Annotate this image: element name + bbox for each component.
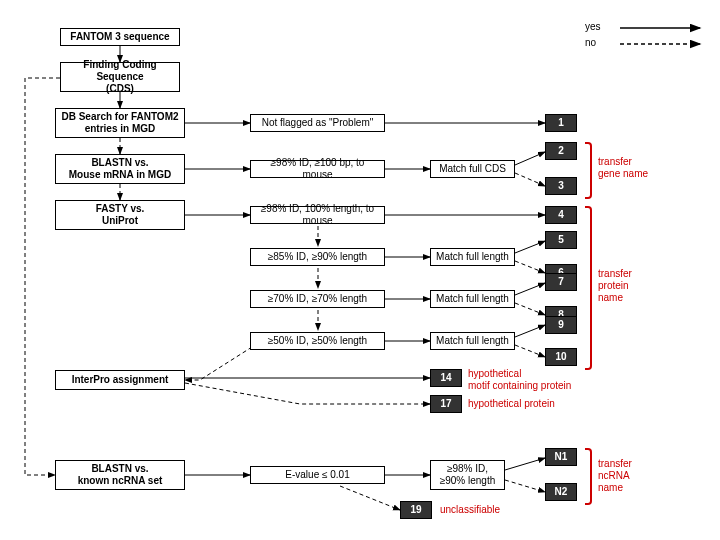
node-blastn2: BLASTN vs. known ncRNA set [55,460,185,490]
svg-line-22 [515,283,545,295]
brace-gene [585,142,592,199]
result-17: 17 [430,395,462,413]
result-1: 1 [545,114,577,132]
cond-85-90: ≥85% ID, ≥90% length [250,248,385,266]
label-protein: transfer protein name [598,268,632,304]
result-2: 2 [545,142,577,160]
svg-line-25 [515,345,545,357]
cond-98-90: ≥98% ID, ≥90% length [430,460,505,490]
legend-no: no [585,37,596,49]
svg-line-29 [505,458,545,470]
brace-ncrna [585,448,592,505]
cond-evalue: E-value ≤ 0.01 [250,466,385,484]
result-n2: N2 [545,483,577,501]
cond-50-50: ≥50% ID, ≥50% length [250,332,385,350]
svg-line-23 [515,303,545,315]
label-ncrna: transfer ncRNA name [598,458,632,494]
label-gene: transfer gene name [598,156,648,180]
result-7: 7 [545,273,577,291]
result-9: 9 [545,316,577,334]
result-14: 14 [430,369,462,387]
cond-98-100: ≥98% ID, ≥100 bp, to mouse [250,160,385,178]
result-4: 4 [545,206,577,224]
svg-line-21 [515,261,545,273]
node-fasty: FASTY vs. UniProt [55,200,185,230]
svg-line-24 [515,325,545,337]
cond-98-100len: ≥98% ID, 100% length, to mouse [250,206,385,224]
match-len3: Match full length [430,332,515,350]
label-unclass: unclassifiable [440,504,500,516]
match-len2: Match full length [430,290,515,308]
label-motif: hypothetical motif containing protein [468,368,571,392]
result-n1: N1 [545,448,577,466]
svg-line-31 [340,486,400,510]
result-10: 10 [545,348,577,366]
node-blastn: BLASTN vs. Mouse mRNA in MGD [55,154,185,184]
result-19: 19 [400,501,432,519]
svg-line-19 [515,173,545,186]
legend-yes: yes [585,21,601,33]
svg-line-30 [505,480,545,492]
svg-line-18 [515,152,545,165]
brace-protein [585,206,592,370]
cond-notflag: Not flagged as "Problem" [250,114,385,132]
node-start: FANTOM 3 sequence [60,28,180,46]
match-len1: Match full length [430,248,515,266]
node-cds: Finding Coding Sequence (CDS) [60,62,180,92]
cond-70-70: ≥70% ID, ≥70% length [250,290,385,308]
node-interpro: InterPro assignment [55,370,185,390]
label-hypo: hypothetical protein [468,398,555,410]
result-3: 3 [545,177,577,195]
match-cds: Match full CDS [430,160,515,178]
svg-line-20 [515,241,545,253]
node-dbsearch: DB Search for FANTOM2 entries in MGD [55,108,185,138]
result-5: 5 [545,231,577,249]
